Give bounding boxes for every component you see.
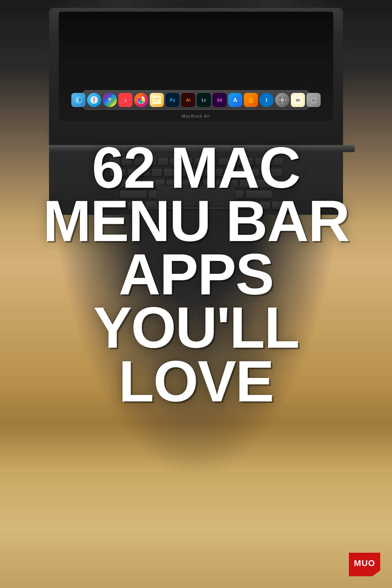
dock-icon-illustrator: Ai bbox=[181, 93, 195, 107]
svg-text:1: 1 bbox=[265, 98, 268, 102]
mac-dock: ♪ bbox=[82, 90, 310, 110]
dock-icon-mulleder: m bbox=[291, 93, 305, 107]
svg-point-9 bbox=[108, 98, 111, 101]
svg-rect-14 bbox=[154, 98, 160, 99]
dock-icon-contacts bbox=[103, 93, 117, 107]
dock-icon-1password: 1 bbox=[260, 93, 274, 107]
svg-rect-15 bbox=[154, 100, 158, 100]
svg-point-2 bbox=[78, 98, 81, 101]
dock-icon-safari bbox=[87, 93, 101, 107]
svg-text:m: m bbox=[296, 98, 300, 102]
dock-icon-system-prefs bbox=[275, 93, 289, 107]
headline-line2: MENU BAR bbox=[16, 194, 376, 248]
dock-icon-home bbox=[244, 93, 258, 107]
muo-logo: MUO bbox=[349, 553, 380, 576]
svg-rect-34 bbox=[314, 99, 315, 102]
headline-overlay: 62 MAC MENU BAR APPS YOU'LL LOVE bbox=[0, 133, 392, 416]
svg-point-3 bbox=[77, 99, 78, 100]
headline-line4: LOVE bbox=[16, 355, 376, 408]
dock-icon-appstore: A bbox=[228, 93, 242, 107]
headline-text: 62 MAC MENU BAR APPS YOU'LL LOVE bbox=[16, 141, 376, 408]
svg-rect-23 bbox=[282, 96, 283, 98]
svg-rect-32 bbox=[312, 99, 313, 102]
headline-line3: APPS YOU'LL bbox=[16, 248, 376, 354]
svg-rect-26 bbox=[285, 100, 286, 100]
dock-icon-music: ♪ bbox=[118, 93, 132, 107]
dock-icon-photoshop: Ps bbox=[165, 93, 180, 107]
svg-point-4 bbox=[79, 99, 80, 100]
muo-logo-text: MUO bbox=[354, 558, 375, 568]
dock-icon-finder bbox=[71, 93, 85, 107]
laptop-screen-body: ♪ bbox=[49, 8, 343, 145]
svg-rect-33 bbox=[313, 99, 314, 102]
svg-rect-24 bbox=[282, 102, 283, 104]
svg-rect-31 bbox=[312, 96, 315, 97]
dock-icon-notes bbox=[150, 93, 164, 107]
svg-text:A: A bbox=[233, 97, 237, 103]
laptop-screen: ♪ bbox=[59, 12, 333, 122]
macbook-model-label: MacBook Air bbox=[182, 114, 211, 118]
dock-icon-lightroom: Lr bbox=[197, 93, 211, 107]
svg-text:♪: ♪ bbox=[124, 97, 127, 103]
svg-point-22 bbox=[281, 98, 284, 102]
svg-rect-16 bbox=[154, 101, 158, 102]
dock-icon-trash bbox=[307, 93, 321, 107]
dock-icon-photos bbox=[134, 93, 148, 107]
svg-rect-25 bbox=[278, 100, 280, 100]
dock-icon-xd: Xd bbox=[212, 93, 227, 107]
svg-marker-18 bbox=[248, 97, 254, 103]
headline-line1: 62 MAC bbox=[16, 141, 376, 194]
